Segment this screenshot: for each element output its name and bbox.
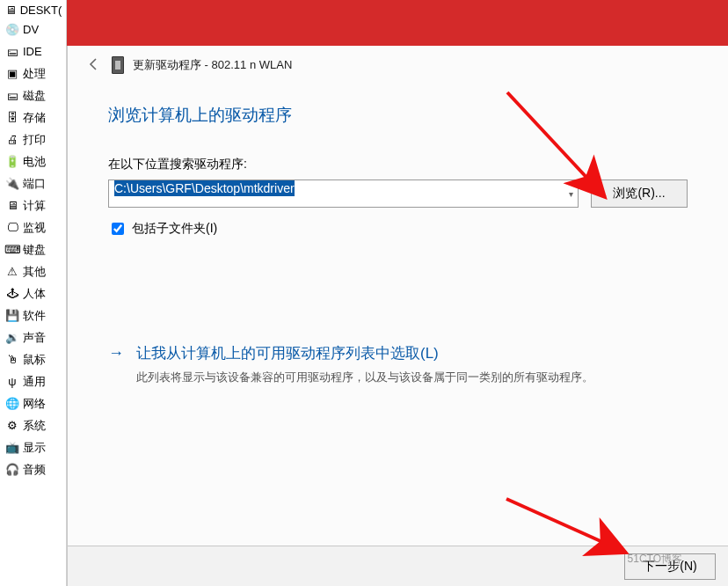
device-tree: 🖥 DESKT( 💿DV🖴IDE▣处理🖴磁盘🗄存储🖨打印🔋电池🔌端口🖥计算🖵监视… — [0, 0, 67, 586]
tree-item[interactable]: 🌐网络 — [0, 392, 66, 414]
tree-item[interactable]: ⌨键盘 — [0, 238, 66, 260]
tree-item[interactable]: 🎧音频 — [0, 458, 66, 480]
battery-icon: 🔋 — [5, 155, 19, 169]
network-icon: 🌐 — [5, 397, 19, 411]
pc-icon: 🖥 — [5, 199, 19, 213]
tree-item[interactable]: 🔉声音 — [0, 326, 66, 348]
tree-item[interactable]: 💾软件 — [0, 304, 66, 326]
ide-icon: 🖴 — [5, 45, 19, 59]
arrow-right-icon: → — [108, 343, 124, 387]
tree-item[interactable]: ⚠其他 — [0, 260, 66, 282]
tree-item[interactable]: 🖨打印 — [0, 128, 66, 150]
tree-item-label: 电池 — [23, 154, 46, 170]
tree-item-label: 磁盘 — [23, 88, 46, 104]
include-subfolders-label: 包括子文件夹(I) — [132, 221, 217, 237]
tree-item-label: 端口 — [23, 176, 46, 192]
tree-item[interactable]: 💿DV — [0, 18, 66, 40]
tree-item-label: 键盘 — [23, 242, 46, 258]
tree-item-label: 其他 — [23, 264, 46, 280]
svg-rect-0 — [115, 61, 120, 70]
window-titlebar — [67, 0, 728, 46]
tree-item-label: 声音 — [23, 330, 46, 346]
dialog-header-text: 更新驱动程序 - 802.11 n WLAN — [133, 57, 292, 73]
tree-item-label: 存储 — [23, 110, 46, 126]
printer-icon: 🖨 — [5, 133, 19, 147]
tree-item-label: 监视 — [23, 220, 46, 236]
pick-from-list-link[interactable]: → 让我从计算机上的可用驱动程序列表中选取(L) 此列表将显示与该设备兼容的可用… — [108, 343, 688, 387]
floppy-icon: 💾 — [5, 309, 19, 323]
tree-item-label: 软件 — [23, 308, 46, 324]
tree-item-label: IDE — [23, 45, 42, 58]
browse-button[interactable]: 浏览(R)... — [591, 179, 688, 208]
pc-icon: 🖥 — [5, 4, 17, 17]
tree-item-label: 鼠标 — [23, 352, 46, 368]
tree-item[interactable]: 🗄存储 — [0, 106, 66, 128]
audio-icon: 🎧 — [5, 463, 19, 477]
dialog-footer: 下一步(N) — [68, 546, 728, 586]
tree-item-label: 系统 — [23, 418, 46, 434]
other-icon: ⚠ — [5, 265, 19, 279]
tree-item-label: 显示 — [23, 440, 46, 456]
update-driver-dialog: 更新驱动程序 - 802.11 n WLAN 浏览计算机上的驱动程序 在以下位置… — [67, 46, 728, 586]
device-icon — [112, 56, 124, 74]
tree-item-label: DV — [23, 23, 39, 36]
tree-item-label: 计算 — [23, 198, 46, 214]
keyboard-icon: ⌨ — [5, 243, 19, 257]
storage-icon: 🗄 — [5, 111, 19, 125]
search-location-label: 在以下位置搜索驱动程序: — [108, 157, 688, 172]
tree-item[interactable]: 🕹人体 — [0, 282, 66, 304]
tree-item[interactable]: ▣处理 — [0, 62, 66, 84]
driver-path-combobox[interactable]: C:\Users\GRF\Desktop\mtkdriver ▾ — [108, 179, 579, 208]
include-subfolders-input[interactable] — [112, 223, 124, 235]
next-button[interactable]: 下一步(N) — [624, 553, 716, 580]
tree-item[interactable]: 🖱鼠标 — [0, 348, 66, 370]
tree-item[interactable]: 📺显示 — [0, 436, 66, 458]
tree-item-label: 网络 — [23, 396, 46, 412]
usb-icon: ψ — [5, 375, 19, 389]
mouse-icon: 🖱 — [5, 353, 19, 367]
tree-root[interactable]: 🖥 DESKT( — [0, 2, 66, 18]
disk-icon: 🖴 — [5, 89, 19, 103]
cpu-icon: ▣ — [5, 67, 19, 81]
tree-item-label: 打印 — [23, 132, 46, 148]
next-button-label: 下一步(N) — [643, 559, 696, 575]
display-icon: 📺 — [5, 441, 19, 455]
hid-icon: 🕹 — [5, 287, 19, 301]
tree-item[interactable]: 🖵监视 — [0, 216, 66, 238]
tree-item-label: 处理 — [23, 66, 46, 82]
pick-from-list-title: 让我从计算机上的可用驱动程序列表中选取(L) — [136, 343, 593, 363]
pick-from-list-desc: 此列表将显示与该设备兼容的可用驱动程序，以及与该设备属于同一类别的所有驱动程序。 — [136, 369, 593, 387]
tree-item-label: 人体 — [23, 286, 46, 302]
monitor-icon: 🖵 — [5, 221, 19, 235]
tree-item[interactable]: ⚙系统 — [0, 414, 66, 436]
sound-icon: 🔉 — [5, 331, 19, 345]
driver-path-value: C:\Users\GRF\Desktop\mtkdriver — [114, 180, 295, 196]
dialog-header: 更新驱动程序 - 802.11 n WLAN — [68, 46, 728, 83]
browse-button-label: 浏览(R)... — [613, 186, 665, 201]
dialog-title: 浏览计算机上的驱动程序 — [108, 104, 688, 127]
tree-root-label: DESKT( — [20, 4, 62, 17]
tree-item[interactable]: 🔌端口 — [0, 172, 66, 194]
back-arrow-icon[interactable] — [87, 57, 103, 73]
disc-icon: 💿 — [5, 23, 19, 37]
tree-item[interactable]: 🖴磁盘 — [0, 84, 66, 106]
include-subfolders-checkbox[interactable]: 包括子文件夹(I) — [108, 220, 688, 238]
tree-item[interactable]: 🖴IDE — [0, 40, 66, 62]
tree-item[interactable]: 🖥计算 — [0, 194, 66, 216]
tree-item[interactable]: ψ通用 — [0, 370, 66, 392]
tree-item-label: 音频 — [23, 462, 46, 478]
tree-item-label: 通用 — [23, 374, 46, 390]
port-icon: 🔌 — [5, 177, 19, 191]
system-icon: ⚙ — [5, 419, 19, 433]
tree-item[interactable]: 🔋电池 — [0, 150, 66, 172]
